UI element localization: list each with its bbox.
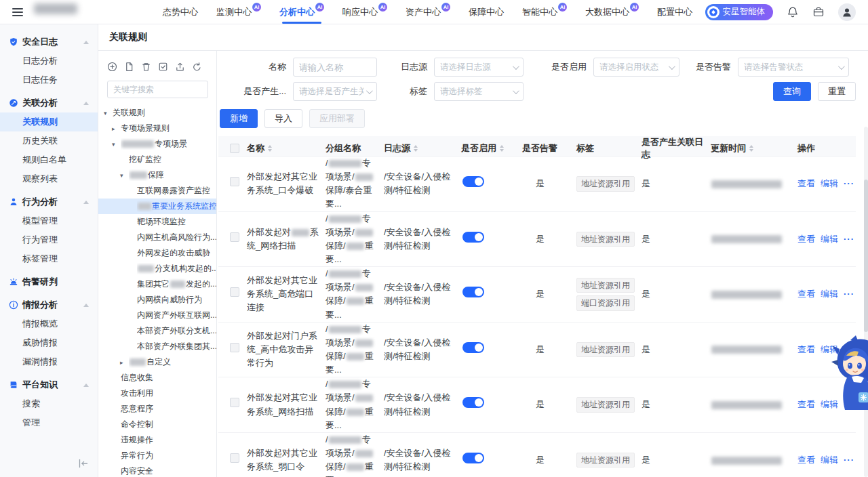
export-icon[interactable]	[175, 62, 186, 72]
action-编辑[interactable]: 编辑	[821, 177, 838, 190]
action-查看[interactable]: 查看	[797, 287, 815, 301]
sort-icon[interactable]	[749, 145, 753, 152]
nav-item-智能中心[interactable]: 智能中心AI	[522, 0, 567, 24]
linked-log-filter-select[interactable]: 请选择是否产生关联日志	[293, 82, 377, 101]
sidebar-item-模型管理[interactable]: 模型管理	[0, 211, 98, 230]
tree-node[interactable]: ▸自定义	[98, 354, 216, 370]
sidebar-section-情报分析[interactable]: 情报分析	[0, 295, 98, 314]
row-checkbox[interactable]	[230, 177, 239, 186]
tree-node[interactable]: 互联网暴露资产监控	[98, 183, 216, 199]
tree-node[interactable]: 内网资产外联互联网...	[98, 308, 216, 323]
nav-item-分析中心[interactable]: 分析中心AI	[279, 0, 324, 24]
sidebar-section-安全日志[interactable]: 安全日志	[0, 33, 98, 51]
sort-icon[interactable]	[414, 145, 418, 152]
more-actions-button[interactable]: ···	[844, 343, 854, 356]
action-查看[interactable]: 查看	[797, 177, 815, 190]
action-编辑[interactable]: 编辑	[821, 232, 838, 246]
sidebar-section-告警研判[interactable]: 告警研判	[0, 272, 98, 291]
tree-node[interactable]: 内容安全	[98, 463, 216, 477]
tree-node[interactable]: ▾保障	[98, 167, 216, 183]
enable-toggle[interactable]	[462, 232, 484, 243]
tree-node[interactable]: 本部资产外联分支机...	[98, 323, 216, 339]
sidebar-item-历史关联[interactable]: 历史关联	[0, 131, 98, 150]
action-编辑[interactable]: 编辑	[821, 398, 838, 411]
action-查看[interactable]: 查看	[797, 398, 815, 411]
enabled-filter-select[interactable]: 请选择启用状态	[593, 58, 679, 77]
enable-toggle[interactable]	[462, 453, 484, 463]
select-all-checkbox[interactable]	[230, 144, 239, 153]
sidebar-item-搜索[interactable]: 搜索	[0, 394, 98, 413]
add-rule-button[interactable]: 新增	[220, 109, 258, 128]
tree-node[interactable]: 攻击利用	[98, 386, 216, 401]
sidebar-section-关联分析[interactable]: 关联分析	[0, 94, 98, 112]
tree-collapse-icon[interactable]: ▸	[112, 125, 121, 132]
query-button[interactable]: 查询	[773, 82, 811, 101]
enable-toggle[interactable]	[462, 397, 484, 408]
enable-toggle[interactable]	[462, 176, 484, 187]
add-circle-icon[interactable]	[107, 62, 118, 72]
tree-node[interactable]: 命令控制	[98, 417, 216, 432]
enable-toggle[interactable]	[462, 287, 484, 297]
nav-item-监测中心[interactable]: 监测中心AI	[216, 0, 261, 24]
more-actions-button[interactable]: ···	[844, 232, 854, 246]
action-查看[interactable]: 查看	[797, 343, 815, 356]
sidebar-collapse-icon[interactable]	[78, 458, 89, 469]
tree-expand-icon[interactable]: ▾	[104, 110, 113, 117]
edit-icon[interactable]	[158, 62, 169, 72]
row-checkbox[interactable]	[230, 398, 239, 407]
tree-node[interactable]: ▸专项场景规则	[98, 121, 216, 136]
sidebar-item-行为管理[interactable]: 行为管理	[0, 230, 98, 249]
toolbox-icon[interactable]	[812, 6, 825, 18]
sidebar-item-规则白名单[interactable]: 规则白名单	[0, 150, 98, 169]
sidebar-item-观察列表[interactable]: 观察列表	[0, 169, 98, 188]
user-avatar[interactable]	[838, 3, 856, 21]
row-checkbox[interactable]	[230, 287, 239, 297]
tree-node[interactable]: 恶意程序	[98, 401, 216, 417]
logsource-filter-select[interactable]: 请选择日志源	[434, 58, 524, 77]
nav-item-响应中心[interactable]: 响应中心AI	[342, 0, 387, 24]
tree-expand-icon[interactable]: ▾	[120, 172, 129, 179]
import-button[interactable]: 导入	[264, 109, 302, 128]
tree-node[interactable]: 本部资产外联集团其...	[98, 339, 216, 354]
tree-node[interactable]: 重要业务系统监控	[98, 199, 216, 214]
sidebar-item-漏洞情报[interactable]: 漏洞情报	[0, 352, 98, 371]
action-编辑[interactable]: 编辑	[821, 453, 838, 467]
action-编辑[interactable]: 编辑	[821, 343, 838, 356]
more-actions-button[interactable]: ···	[844, 177, 854, 190]
tree-node[interactable]: 异常行为	[98, 448, 216, 463]
scrollbar-thumb[interactable]	[864, 180, 868, 332]
row-checkbox[interactable]	[230, 453, 239, 463]
sidebar-item-管理[interactable]: 管理	[0, 413, 98, 432]
alert-filter-select[interactable]: 请选择告警状态	[738, 58, 849, 77]
sidebar-item-威胁情报[interactable]: 威胁情报	[0, 333, 98, 352]
nav-item-配置中心[interactable]: 配置中心	[657, 0, 692, 24]
row-checkbox[interactable]	[230, 232, 239, 242]
tag-filter-select[interactable]: 请选择标签	[434, 82, 524, 101]
sidebar-item-情报概览[interactable]: 情报概览	[0, 314, 98, 333]
tree-node[interactable]: ▾专项场景	[98, 136, 216, 152]
tree-node[interactable]: 内网横向威胁行为	[98, 292, 216, 308]
tree-node[interactable]: 违规操作	[98, 432, 216, 448]
action-查看[interactable]: 查看	[797, 232, 815, 246]
ai-assistant-button[interactable]: 安星智能体	[705, 4, 774, 20]
tree-node[interactable]: ▾关联规则	[98, 105, 216, 121]
undo-icon[interactable]	[192, 62, 203, 72]
name-filter-input[interactable]	[293, 58, 377, 77]
nav-item-态势中心[interactable]: 态势中心	[163, 0, 198, 24]
nav-item-保障中心[interactable]: 保障中心	[469, 0, 504, 24]
sidebar-item-日志分析[interactable]: 日志分析	[0, 51, 98, 70]
action-查看[interactable]: 查看	[797, 453, 815, 467]
hamburger-menu-icon[interactable]	[12, 8, 23, 16]
more-actions-button[interactable]: ···	[844, 287, 854, 301]
tree-search-input[interactable]	[107, 81, 208, 98]
deploy-button[interactable]: 应用部署	[309, 109, 365, 128]
sidebar-section-行为分析[interactable]: 行为分析	[0, 192, 98, 211]
tree-node[interactable]: 靶场环境监控	[98, 214, 216, 230]
sidebar-item-关联规则[interactable]: 关联规则	[0, 112, 98, 131]
row-checkbox[interactable]	[230, 343, 239, 352]
reset-button[interactable]: 重置	[818, 82, 856, 101]
sidebar-item-日志任务[interactable]: 日志任务	[0, 70, 98, 89]
more-actions-button[interactable]: ···	[844, 398, 854, 411]
nav-item-资产中心[interactable]: 资产中心AI	[406, 0, 450, 24]
tree-collapse-icon[interactable]: ▸	[120, 359, 129, 366]
